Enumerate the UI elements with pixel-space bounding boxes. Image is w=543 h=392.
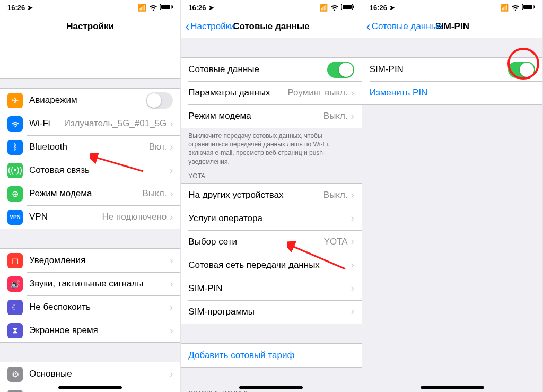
sim-pin-toggle[interactable] xyxy=(508,62,535,78)
nav-bar: ‹Сотовые данные SIM-PIN xyxy=(362,15,542,38)
svg-rect-1 xyxy=(161,5,170,9)
content[interactable]: Сотовые данные Параметры данных Роуминг … xyxy=(181,38,361,392)
chevron-left-icon: ‹ xyxy=(185,20,189,33)
location-icon: ➤ xyxy=(389,4,395,12)
cellular-data-network-row[interactable]: Сотовая сеть передачи данных › xyxy=(181,254,361,277)
chevron-icon: › xyxy=(351,236,354,247)
screentime-row[interactable]: ⧗ Экранное время › xyxy=(0,319,180,342)
location-icon: ➤ xyxy=(208,4,214,12)
carrier-services-row[interactable]: Услуги оператора › xyxy=(181,207,361,230)
battery-icon xyxy=(160,4,173,12)
status-bar: 16:26➤ 📶 xyxy=(362,0,542,15)
moon-icon: ☾ xyxy=(7,300,23,315)
back-button[interactable]: ‹Настройки xyxy=(185,20,234,33)
nav-bar: ‹Настройки Сотовые данные xyxy=(181,15,361,38)
wifi-icon xyxy=(148,2,158,13)
wifi-icon xyxy=(330,2,339,13)
sim-pin-screen: 16:26➤ 📶 ‹Сотовые данные SIM-PIN SIM-PIN… xyxy=(362,0,543,392)
signal-icon: 📶 xyxy=(138,4,146,12)
vpn-row[interactable]: VPN VPN Не подключено › xyxy=(0,205,180,229)
hotspot-row[interactable]: Режим модема Выкл. › xyxy=(181,104,361,128)
row-value: Вкл. xyxy=(149,142,167,152)
battery-icon xyxy=(341,4,354,12)
hotspot-row[interactable]: ⊕ Режим модема Выкл. › xyxy=(0,182,180,205)
status-bar: 16:26➤ 📶 xyxy=(0,0,180,15)
home-indicator xyxy=(58,386,122,389)
signal-icon: 📶 xyxy=(319,4,328,12)
chevron-icon: › xyxy=(351,88,354,99)
airplane-toggle[interactable] xyxy=(146,92,173,109)
wifi-icon xyxy=(7,116,23,132)
status-time: 16:26 xyxy=(188,4,206,12)
content[interactable]: ✈ Авиарежим Wi-Fi Излучатель_5G_#01_5G ›… xyxy=(0,38,180,392)
battery-icon xyxy=(522,4,535,12)
row-value: Роуминг выкл. xyxy=(287,88,347,98)
home-indicator xyxy=(421,386,484,389)
row-label: Bluetooth xyxy=(29,142,149,152)
bluetooth-row[interactable]: ᛒ Bluetooth Вкл. › xyxy=(0,135,180,159)
row-label: Основные xyxy=(29,369,170,379)
chevron-icon: › xyxy=(351,111,354,122)
row-value: Выкл. xyxy=(323,190,348,201)
network-selection-row[interactable]: Выбор сети YOTA › xyxy=(181,230,361,254)
bluetooth-icon: ᛒ xyxy=(7,140,23,155)
signal-icon: 📶 xyxy=(500,4,509,12)
general-row[interactable]: ⚙ Основные › xyxy=(0,362,180,386)
status-bar: 16:26➤ 📶 xyxy=(181,0,361,15)
dnd-row[interactable]: ☾ Не беспокоить › xyxy=(0,295,180,319)
row-label: Не беспокоить xyxy=(29,302,170,312)
chevron-icon: › xyxy=(170,142,173,153)
chevron-icon: › xyxy=(170,188,173,199)
row-value: Выкл. xyxy=(142,188,167,199)
status-right: 📶 xyxy=(138,2,173,13)
blank-header xyxy=(0,38,180,79)
row-label: VPN xyxy=(29,212,102,222)
chevron-icon: › xyxy=(170,278,173,290)
row-label: Сотовая сеть передачи данных xyxy=(188,260,351,271)
chevron-icon: › xyxy=(351,213,354,224)
svg-rect-2 xyxy=(172,5,173,8)
row-label: Wi-Fi xyxy=(29,118,64,129)
back-button[interactable]: ‹Сотовые данные xyxy=(366,20,443,33)
sim-pin-row[interactable]: SIM-PIN › xyxy=(181,277,361,300)
back-label: Сотовые данные xyxy=(372,21,443,32)
cellular-screen: 16:26➤ 📶 ‹Настройки Сотовые данные Сотов… xyxy=(181,0,362,392)
add-plan-row[interactable]: Добавить сотовый тариф xyxy=(181,344,361,367)
chevron-left-icon: ‹ xyxy=(366,20,371,33)
row-label: Звуки, тактильные сигналы xyxy=(29,278,170,289)
back-label: Настройки xyxy=(190,21,234,32)
change-pin-row[interactable]: Изменить PIN xyxy=(362,81,542,104)
wifi-row[interactable]: Wi-Fi Излучатель_5G_#01_5G › xyxy=(0,112,180,135)
row-value: Излучатель_5G_#01_5G xyxy=(64,118,167,129)
sounds-row[interactable]: 🔊 Звуки, тактильные сигналы › xyxy=(0,272,180,295)
section-header-yota: YOTA xyxy=(181,169,361,183)
row-label: SIM-PIN xyxy=(370,64,508,75)
chevron-icon: › xyxy=(351,259,354,271)
chevron-icon: › xyxy=(170,165,173,176)
chevron-icon: › xyxy=(170,212,173,223)
content[interactable]: SIM-PIN Изменить PIN xyxy=(362,38,542,392)
wifi-icon xyxy=(511,2,520,13)
other-devices-row[interactable]: На других устройствах Выкл. › xyxy=(181,184,361,207)
page-title: Настройки xyxy=(66,21,114,32)
svg-rect-6 xyxy=(353,5,354,8)
row-label: Режим модема xyxy=(29,188,142,199)
chevron-icon: › xyxy=(351,189,354,201)
row-label: Параметры данных xyxy=(188,88,287,98)
hotspot-icon: ⊕ xyxy=(7,186,23,202)
gear-icon: ⚙ xyxy=(7,367,23,382)
row-value: Не подключено xyxy=(102,212,167,222)
nav-bar: Настройки xyxy=(0,15,180,38)
chevron-icon: › xyxy=(170,118,173,129)
sounds-icon: 🔊 xyxy=(7,276,23,292)
status-time: 16:26 xyxy=(370,4,387,12)
sim-apps-row[interactable]: SIM-программы › xyxy=(181,300,361,324)
data-options-row[interactable]: Параметры данных Роуминг выкл. › xyxy=(181,81,361,104)
airplane-row[interactable]: ✈ Авиарежим xyxy=(0,89,180,112)
cellular-row[interactable]: ((•)) Сотовая связь › xyxy=(0,159,180,182)
sim-pin-toggle-row[interactable]: SIM-PIN xyxy=(362,58,542,81)
chevron-icon: › xyxy=(170,302,173,313)
notifications-row[interactable]: ◻ Уведомления › xyxy=(0,249,180,272)
cellular-data-toggle[interactable] xyxy=(327,62,354,78)
cellular-data-row[interactable]: Сотовые данные xyxy=(181,58,361,81)
